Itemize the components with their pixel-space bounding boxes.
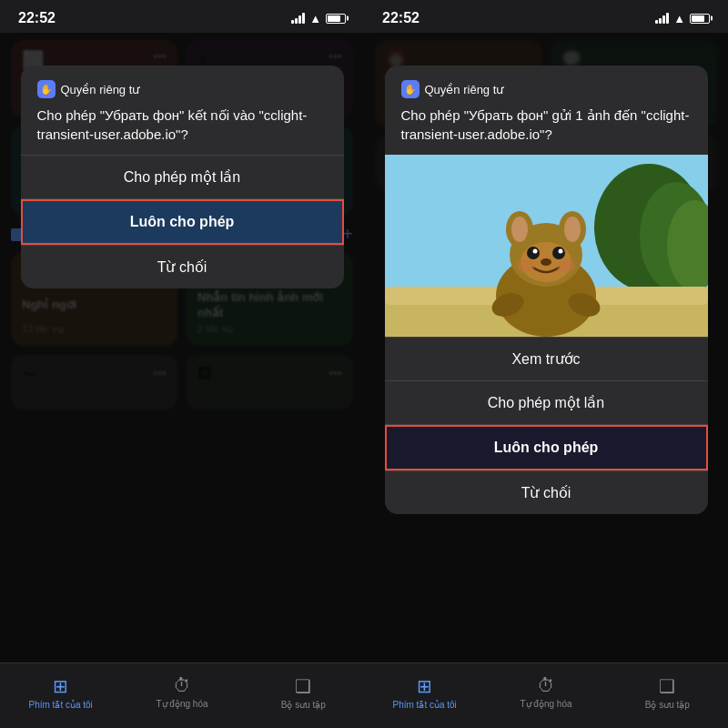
status-time-right: 22:52 [382, 10, 420, 26]
tab-gallery-label-right: Bộ sưu tập [645, 700, 690, 710]
tab-shortcuts-icon-right: ⊞ [417, 675, 432, 697]
battery-icon-right [690, 14, 710, 24]
tab-shortcuts-label-right: Phím tắt của tôi [392, 700, 456, 710]
tab-gallery-left[interactable]: ❑ Bộ sưu tập [243, 675, 364, 710]
tab-my-shortcuts-right[interactable]: ⊞ Phím tắt của tôi [364, 675, 485, 710]
btn-always-right[interactable]: Luôn cho phép [385, 425, 708, 470]
left-phone: 22:52 ▲ ⬜ ••• Убрат [0, 0, 364, 728]
dialog-overlay-left: ✋ Quyền riêng tư Cho phép "Убрать фон" k… [0, 33, 364, 662]
tab-shortcuts-label: Phím tắt của tôi [28, 700, 92, 710]
wifi-icon-right: ▲ [673, 12, 685, 25]
btn-deny-right[interactable]: Từ chối [385, 471, 708, 514]
svg-point-17 [541, 258, 551, 266]
dialog-title-left: Cho phép "Убрать фон" kết nối vào "cclig… [37, 106, 328, 144]
dialog-header-left: ✋ Quyền riêng tư Cho phép "Убрать фон" k… [21, 66, 344, 155]
dialog-badge-right: ✋ Quyền riêng tư [401, 80, 692, 98]
dialog-box-right: ✋ Quyền riêng tư Cho phép "Убрать фон" g… [385, 66, 708, 514]
battery-icon [326, 14, 346, 24]
dialog-box-left: ✋ Quyền riêng tư Cho phép "Убрать фон" k… [21, 66, 344, 288]
status-bar-right: 22:52 ▲ [364, 0, 728, 33]
right-phone: 22:52 ▲ ⏰ Nghỉ ngơi 1 [364, 0, 728, 728]
svg-point-18 [517, 259, 535, 272]
status-bar-left: 22:52 ▲ [0, 0, 364, 33]
tab-automation-left[interactable]: ⏱ Tự động hóa [121, 675, 242, 709]
svg-point-14 [552, 247, 565, 259]
dialog-overlay-right: ✋ Quyền riêng tư Cho phép "Убрать фон" g… [364, 33, 728, 662]
privacy-icon: ✋ [37, 80, 56, 98]
tab-gallery-icon: ❑ [295, 675, 311, 697]
svg-point-15 [532, 249, 537, 254]
quokka-image [385, 155, 708, 337]
tab-automation-icon-right: ⏱ [537, 675, 555, 696]
signal-icon-right [655, 13, 669, 24]
tab-bar-left: ⊞ Phím tắt của tôi ⏱ Tự động hóa ❑ Bộ sư… [0, 662, 364, 728]
tab-gallery-label: Bộ sưu tập [281, 700, 326, 710]
status-icons-right: ▲ [655, 12, 710, 25]
wifi-icon: ▲ [309, 12, 321, 25]
tab-gallery-icon-right: ❑ [659, 675, 675, 697]
svg-point-13 [527, 247, 540, 259]
bg-content-right: ⏰ Nghỉ ngơi 13 tác vụ 💬 Nhắn tin hình ản… [364, 33, 728, 662]
svg-point-19 [557, 259, 575, 272]
signal-icon [291, 13, 305, 24]
tab-shortcuts-icon: ⊞ [53, 675, 68, 697]
btn-preview-right[interactable]: Xem trước [385, 338, 708, 380]
svg-point-11 [564, 217, 581, 242]
tab-automation-icon: ⏱ [173, 675, 191, 696]
bg-content-left: ⬜ ••• Убрать фон 25 tác vụ ♪ ••• TikTok … [0, 33, 364, 662]
tab-automation-label-right: Tự động hóa [520, 699, 571, 709]
tab-automation-right[interactable]: ⏱ Tự động hóa [485, 675, 606, 709]
dialog-badge-text-right: Quyền riêng tư [425, 83, 504, 96]
privacy-icon-right: ✋ [401, 80, 420, 98]
btn-always-left[interactable]: Luôn cho phép [21, 199, 344, 245]
dialog-badge-text-left: Quyền riêng tư [61, 83, 140, 96]
dialog-header-right: ✋ Quyền riêng tư Cho phép "Убрать фон" g… [385, 66, 708, 155]
svg-point-16 [558, 249, 562, 254]
btn-once-left[interactable]: Cho phép một lần [21, 156, 344, 198]
status-time-left: 22:52 [18, 10, 56, 26]
dialog-badge-left: ✋ Quyền riêng tư [37, 80, 328, 98]
tab-bar-right: ⊞ Phím tắt của tôi ⏱ Tự động hóa ❑ Bộ sư… [364, 662, 728, 728]
dialog-title-right: Cho phép "Убрать фон" gửi 1 ảnh đến "ccl… [401, 106, 692, 144]
btn-deny-left[interactable]: Từ chối [21, 246, 344, 288]
tab-my-shortcuts-left[interactable]: ⊞ Phím tắt của tôi [0, 675, 121, 710]
status-icons-left: ▲ [291, 12, 346, 25]
svg-point-10 [511, 217, 528, 242]
tab-gallery-right[interactable]: ❑ Bộ sưu tập [607, 675, 728, 710]
tab-automation-label: Tự động hóa [156, 699, 207, 709]
btn-once-right[interactable]: Cho phép một lần [385, 381, 708, 424]
